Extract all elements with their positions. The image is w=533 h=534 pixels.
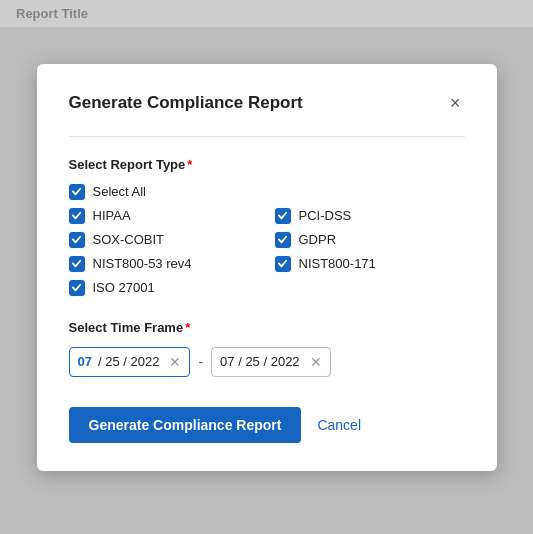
gdpr-item[interactable]: GDPR [275,232,465,248]
iso-item[interactable]: ISO 27001 [69,280,259,296]
timeframe-label: Select Time Frame* [69,320,465,335]
timeframe-required-indicator: * [185,320,190,335]
hipaa-label: HIPAA [93,208,131,223]
nist171-label: NIST800-171 [299,256,376,271]
required-indicator: * [187,157,192,172]
close-button[interactable]: × [446,92,465,114]
start-date-input[interactable]: 07 / 25 / 2022 ✕ [69,347,191,377]
end-date-clear-icon[interactable]: ✕ [310,354,322,370]
pcidss-label: PCI-DSS [299,208,352,223]
select-all-item[interactable]: Select All [69,184,465,200]
modal-footer: Generate Compliance Report Cancel [69,407,465,443]
pcidss-checkbox[interactable] [275,208,291,224]
select-all-label: Select All [93,184,146,199]
sox-item[interactable]: SOX-COBIT [69,232,259,248]
cancel-button[interactable]: Cancel [317,417,361,433]
date-range-row: 07 / 25 / 2022 ✕ - 07 / 25 / 2022 ✕ [69,347,465,377]
report-type-label: Select Report Type* [69,157,465,172]
nist171-checkbox[interactable] [275,256,291,272]
hipaa-item[interactable]: HIPAA [69,208,259,224]
modal-header: Generate Compliance Report × [69,92,465,114]
nist53-label: NIST800-53 rev4 [93,256,192,271]
iso-label: ISO 27001 [93,280,155,295]
start-date-rest: / 25 / 2022 [98,354,159,369]
gdpr-label: GDPR [299,232,337,247]
nist53-checkbox[interactable] [69,256,85,272]
select-all-checkbox[interactable] [69,184,85,200]
report-type-checkboxes: Select All HIPAA PCI-DSS [69,184,465,296]
gdpr-checkbox[interactable] [275,232,291,248]
timeframe-section: Select Time Frame* 07 / 25 / 2022 ✕ - 07… [69,320,465,377]
date-range-separator: - [198,354,203,370]
nist171-item[interactable]: NIST800-171 [275,256,465,272]
nist53-item[interactable]: NIST800-53 rev4 [69,256,259,272]
generate-compliance-report-button[interactable]: Generate Compliance Report [69,407,302,443]
hipaa-checkbox[interactable] [69,208,85,224]
modal-overlay: Generate Compliance Report × Select Repo… [0,0,533,534]
end-date-input[interactable]: 07 / 25 / 2022 ✕ [211,347,331,377]
modal-title: Generate Compliance Report [69,93,303,113]
pcidss-item[interactable]: PCI-DSS [275,208,465,224]
end-date-value: 07 / 25 / 2022 [220,354,300,369]
sox-checkbox[interactable] [69,232,85,248]
sox-label: SOX-COBIT [93,232,165,247]
modal-divider [69,136,465,137]
start-date-clear-icon[interactable]: ✕ [169,354,181,370]
iso-checkbox[interactable] [69,280,85,296]
modal-container: Generate Compliance Report × Select Repo… [37,64,497,471]
start-date-month: 07 [78,354,92,369]
